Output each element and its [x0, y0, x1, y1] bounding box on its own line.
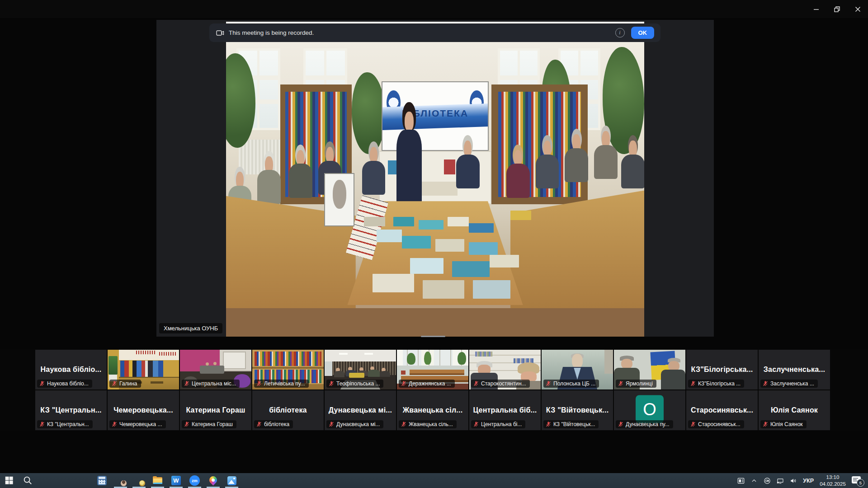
screen-record-icon[interactable] — [763, 476, 772, 485]
taskbar-chrome-profile-2-icon[interactable] — [130, 473, 148, 488]
participant-name: Центральна біб... — [472, 406, 539, 414]
participant-tile[interactable]: Наукова бібліо... Наукова бібліо... — [35, 350, 107, 389]
participant-tile[interactable]: Старосинявськ... Старосинявськ... — [686, 390, 758, 430]
participant-label: КЗ "Центральн... — [37, 420, 93, 428]
system-tray: УКР 13:10 04.02.2025 5 — [736, 473, 868, 488]
participant-tile[interactable]: Центральна міс... — [180, 350, 251, 389]
restore-button[interactable] — [826, 0, 847, 18]
seated-person — [362, 141, 386, 195]
participant-tile[interactable]: Летичівська пу... — [252, 350, 324, 389]
taskbar-word-icon[interactable]: W — [167, 473, 185, 488]
participant-tile[interactable]: Центральна біб... Центральна бі... — [469, 390, 541, 430]
desktop: БІБЛІОТЕКА — [0, 0, 868, 488]
participant-label: Полонська ЦБ ... — [543, 380, 599, 388]
language-indicator[interactable]: УКР — [802, 478, 815, 484]
network-icon[interactable] — [776, 476, 785, 485]
participant-tile[interactable]: Юлія Саянок Юлія Саянок — [759, 390, 830, 430]
participant-tile[interactable]: КЗ "Центральн... КЗ "Центральн... — [35, 390, 107, 430]
widgets-icon[interactable] — [736, 476, 745, 485]
muted-mic-icon — [690, 380, 696, 387]
video-camera-icon — [216, 28, 225, 38]
participant-name: КЗ "Війтовецьк... — [544, 406, 611, 414]
participant-name: КЗ"Білогірська... — [689, 366, 755, 374]
participant-label: бібліотека — [254, 420, 293, 428]
participant-label: Центральна бі... — [471, 420, 525, 428]
minimize-button[interactable] — [806, 0, 826, 18]
taskbar-chrome-icon[interactable] — [56, 473, 74, 488]
seated-person — [536, 135, 559, 188]
notifications-icon[interactable]: 5 — [852, 476, 863, 486]
participant-tile[interactable]: Ярмолинці — [614, 350, 685, 389]
muted-mic-icon — [39, 380, 45, 387]
taskbar-photos-icon[interactable] — [222, 473, 241, 488]
taskbar-calculator-icon[interactable] — [93, 473, 111, 488]
taskbar-file-explorer-icon[interactable] — [148, 473, 167, 488]
muted-mic-icon — [328, 421, 335, 427]
info-icon[interactable]: i — [615, 28, 625, 38]
participant-tile[interactable]: Катерина Гораш Катерина Гораш — [180, 390, 251, 430]
muted-mic-icon — [618, 380, 624, 387]
participant-label: Старокостянтин... — [471, 380, 530, 388]
seated-person — [621, 135, 644, 188]
muted-mic-icon — [545, 380, 552, 387]
participant-label: Заслучненська ... — [760, 380, 818, 388]
main-speaker-video[interactable]: БІБЛІОТЕКА — [226, 22, 644, 337]
clock-date: 04.02.2025 — [819, 481, 847, 488]
participant-tile[interactable]: Галина — [108, 350, 179, 389]
seated-person — [289, 145, 312, 198]
muted-mic-icon — [762, 380, 769, 387]
participant-tile[interactable]: Чемеровецька... Чемеровецька ... — [108, 390, 179, 430]
taskbar-chrome-profile-1-icon[interactable] — [111, 473, 130, 488]
participants-strip: Наукова бібліо... Наукова бібліо... Гали… — [0, 349, 868, 431]
recording-message: This meeting is being recorded. — [229, 29, 314, 36]
participant-name: Жванецька сіл... — [401, 406, 465, 414]
participant-tile[interactable]: КЗ"Білогірська... КЗ"Білогірська ... — [686, 350, 758, 389]
participant-tile[interactable]: О Дунаєвецька пу... — [614, 390, 685, 430]
taskbar-copilot-icon[interactable] — [37, 473, 56, 488]
close-button[interactable] — [847, 0, 868, 18]
participant-name: Дунаєвецька мі... — [327, 406, 394, 414]
participant-label: Старосинявськ... — [688, 420, 744, 428]
muted-mic-icon — [762, 421, 769, 427]
taskbar-start-icon[interactable] — [0, 473, 19, 488]
chevron-up-icon[interactable] — [750, 476, 759, 485]
participant-tile[interactable]: Жванецька сіл... Жванецька сіль... — [397, 390, 468, 430]
seated-person — [506, 145, 530, 198]
participant-tile[interactable]: КЗ "Війтовецьк... КЗ "Війтовецьк... — [542, 390, 613, 430]
recording-banner: This meeting is being recorded. i OK — [209, 23, 660, 42]
muted-mic-icon — [473, 421, 479, 427]
participant-label: Чемеровецька ... — [109, 420, 166, 428]
portrait-frame — [324, 173, 354, 226]
seated-person — [257, 151, 281, 204]
taskbar-apps: W zm — [0, 473, 241, 488]
taskbar-zoom-icon[interactable]: zm — [185, 473, 204, 488]
participant-label: Галина — [109, 380, 141, 388]
participant-name: Чемеровецька... — [112, 406, 175, 414]
participant-tile[interactable]: бібліотека бібліотека — [252, 390, 324, 430]
participant-tile[interactable]: Старокостянтин... — [469, 350, 541, 389]
participant-name: Старосинявськ... — [689, 406, 755, 414]
taskbar-edge-icon[interactable] — [74, 473, 93, 488]
resize-handle[interactable] — [421, 336, 445, 337]
participant-tile[interactable]: Дунаєвецька мі... Дунаєвецька мі... — [325, 390, 396, 430]
participant-label: Жванецька сіль... — [399, 420, 457, 428]
ok-button[interactable]: OK — [631, 27, 655, 39]
muted-mic-icon — [328, 380, 335, 387]
main-speaker-label: Хмельницька ОУНБ — [159, 323, 222, 333]
participant-name: Юлія Саянок — [769, 406, 820, 414]
table-shape — [510, 185, 644, 311]
participant-tile[interactable]: Полонська ЦБ ... — [542, 350, 613, 389]
participant-tile[interactable]: Деражнянська ... — [397, 350, 468, 389]
floor-shape — [226, 308, 644, 337]
clock[interactable]: 13:10 04.02.2025 — [819, 474, 847, 488]
taskbar-search-icon[interactable] — [19, 473, 37, 488]
participant-name: бібліотека — [267, 406, 308, 414]
participant-name: Наукова бібліо... — [39, 366, 104, 374]
participant-name: Катерина Гораш — [184, 406, 247, 414]
participant-tile[interactable]: Заслучненська... Заслучненська ... — [759, 350, 830, 389]
participant-tile[interactable]: Теофіпольська ... — [325, 350, 396, 389]
muted-mic-icon — [111, 421, 118, 427]
taskbar-paint-icon[interactable] — [204, 473, 222, 488]
muted-mic-icon — [256, 421, 262, 427]
volume-icon[interactable] — [789, 476, 798, 485]
